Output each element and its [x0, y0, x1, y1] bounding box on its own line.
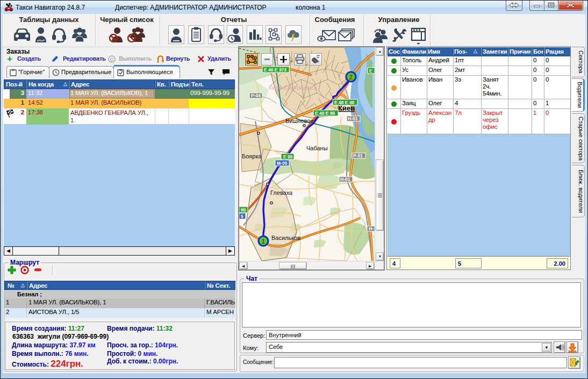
svg-text:Н-: Н- [369, 226, 374, 231]
svg-text:1: 1 [262, 238, 266, 245]
svg-text:Е 95: Е 95 [283, 154, 293, 159]
svg-text:Глеваха: Глеваха [270, 190, 293, 196]
svg-text:Е 40 Е 40: Е 40 Е 40 [334, 100, 355, 105]
svg-text:95: 95 [241, 207, 246, 213]
svg-text:Васильков: Васильков [271, 235, 300, 241]
svg-text:Е: Е [369, 68, 372, 74]
svg-text:Чабаны: Чабаны [306, 145, 328, 151]
svg-text:М-05: М-05 [277, 161, 288, 166]
svg-text:Боярка: Боярка [242, 153, 262, 159]
svg-text:2: 2 [349, 74, 353, 81]
svg-text:Р-01: Р-01 [353, 153, 363, 158]
svg-text:C: C [110, 57, 114, 62]
svg-text:Н-01: Н-01 [348, 116, 358, 121]
svg-text:Е 40 Е 95: Е 40 Е 95 [315, 111, 335, 116]
svg-text:Е 40 Е 373: Е 40 Е 373 [264, 67, 286, 72]
svg-text:Н-01: Н-01 [340, 177, 350, 182]
svg-text:Вишневое: Вишневое [285, 118, 313, 124]
svg-text:Р-04: Р-04 [251, 93, 261, 98]
svg-text:Киев Святошинск: Киев Святошинск [269, 84, 317, 91]
svg-text:5: 5 [241, 214, 243, 219]
